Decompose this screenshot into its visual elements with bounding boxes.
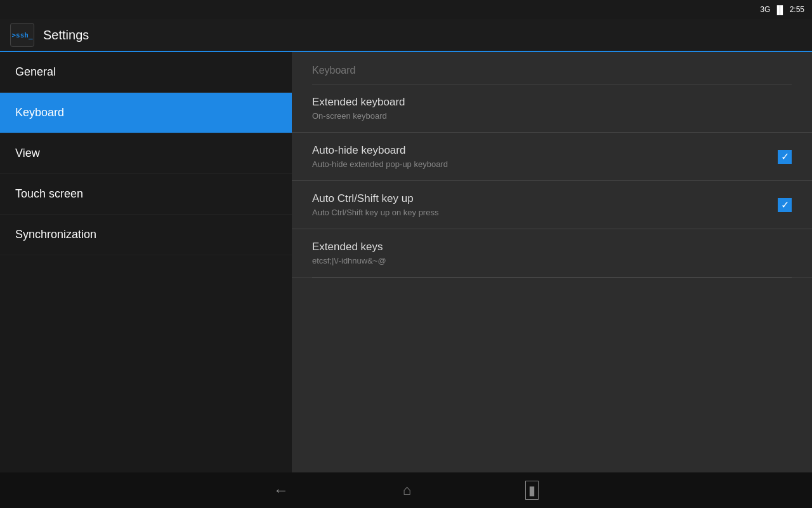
setting-extended-keys[interactable]: Extended keys etcsf;|\/-idhnuw&~@: [292, 229, 812, 277]
auto-ctrl-shift-checkbox[interactable]: ✓: [778, 198, 792, 212]
recents-button[interactable]: ▮: [525, 481, 539, 500]
setting-extended-keys-text: Extended keys etcsf;|\/-idhnuw&~@: [312, 241, 792, 265]
divider-bottom: [312, 277, 792, 278]
sidebar-item-touchscreen[interactable]: Touch screen: [0, 174, 292, 215]
app-icon: >ssh_: [10, 23, 34, 47]
status-icons: 3G ▐▌ 2:55: [760, 5, 804, 15]
setting-auto-hide-keyboard-text: Auto-hide keyboard Auto-hide extended po…: [312, 144, 778, 169]
setting-extended-keyboard-title: Extended keyboard: [312, 96, 792, 109]
setting-auto-ctrl-shift-subtitle: Auto Ctrl/Shift key up on key press: [312, 208, 778, 217]
main-layout: General Keyboard View Touch screen Synch…: [0, 52, 812, 472]
sidebar-label-synchronization: Synchronization: [15, 228, 96, 241]
setting-extended-keys-subtitle: etcsf;|\/-idhnuw&~@: [312, 256, 792, 265]
title-bar: >ssh_ Settings: [0, 19, 812, 52]
setting-auto-hide-keyboard[interactable]: Auto-hide keyboard Auto-hide extended po…: [292, 133, 812, 181]
checkmark-icon: ✓: [781, 152, 789, 162]
setting-auto-ctrl-shift-title: Auto Ctrl/Shift key up: [312, 192, 778, 205]
sidebar-item-synchronization[interactable]: Synchronization: [0, 215, 292, 255]
content-section-title: Keyboard: [312, 65, 356, 76]
sidebar-label-view: View: [15, 147, 40, 160]
setting-auto-ctrl-shift[interactable]: Auto Ctrl/Shift key up Auto Ctrl/Shift k…: [292, 181, 812, 229]
content-header: Keyboard: [292, 52, 812, 84]
page-title: Settings: [43, 28, 89, 43]
sidebar: General Keyboard View Touch screen Synch…: [0, 52, 292, 472]
back-button[interactable]: ←: [273, 481, 289, 499]
content-panel: Keyboard Extended keyboard On-screen key…: [292, 52, 812, 472]
auto-hide-keyboard-checkbox[interactable]: ✓: [778, 150, 792, 164]
setting-extended-keyboard-text: Extended keyboard On-screen keyboard: [312, 96, 792, 121]
sidebar-label-keyboard: Keyboard: [15, 106, 64, 119]
status-bar: 3G ▐▌ 2:55: [0, 0, 812, 19]
setting-auto-hide-keyboard-title: Auto-hide keyboard: [312, 144, 778, 157]
sidebar-item-view[interactable]: View: [0, 133, 292, 174]
sidebar-item-general[interactable]: General: [0, 52, 292, 93]
setting-extended-keyboard-subtitle: On-screen keyboard: [312, 111, 792, 121]
signal-icon: 3G: [760, 5, 770, 14]
setting-auto-ctrl-shift-text: Auto Ctrl/Shift key up Auto Ctrl/Shift k…: [312, 192, 778, 217]
checkmark-icon: ✓: [781, 200, 789, 210]
home-button[interactable]: ⌂: [403, 482, 411, 498]
sidebar-label-touchscreen: Touch screen: [15, 187, 83, 201]
setting-extended-keyboard[interactable]: Extended keyboard On-screen keyboard: [292, 84, 812, 133]
battery-icon: ▐▌: [774, 5, 785, 15]
sidebar-label-general: General: [15, 65, 56, 79]
nav-bar: ← ⌂ ▮: [0, 472, 812, 508]
setting-extended-keys-title: Extended keys: [312, 241, 792, 253]
time-display: 2:55: [790, 5, 804, 14]
sidebar-item-keyboard[interactable]: Keyboard: [0, 93, 292, 133]
setting-auto-hide-keyboard-subtitle: Auto-hide extended pop-up keyboard: [312, 159, 778, 169]
